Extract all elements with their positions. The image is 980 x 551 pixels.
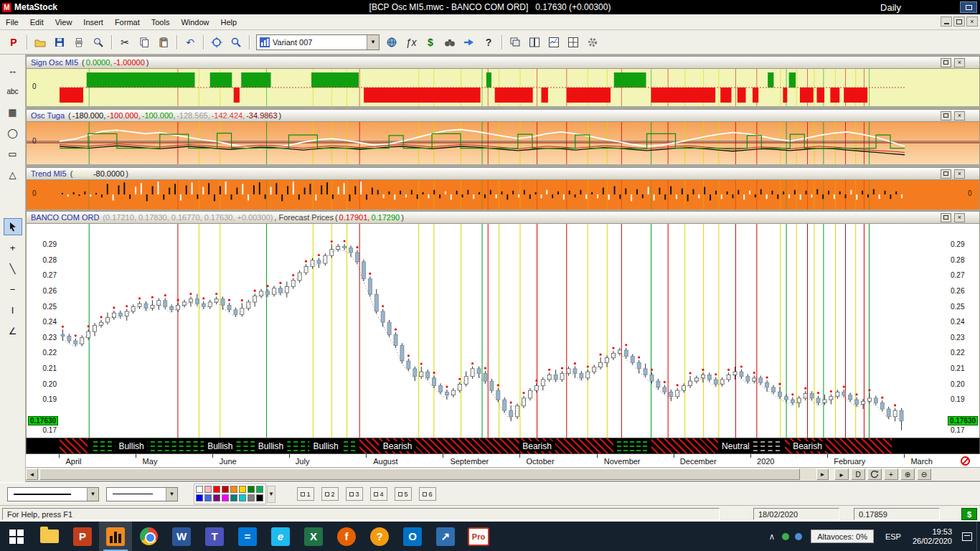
copy-button[interactable] <box>135 34 154 51</box>
crosshair-tool[interactable]: + <box>4 239 22 256</box>
panel-restore-button[interactable] <box>941 169 951 179</box>
options-button[interactable] <box>583 34 602 51</box>
palette-color-15[interactable] <box>248 494 255 501</box>
panel-sign-osc-chart[interactable]: 0 <box>26 69 980 106</box>
menu-help[interactable]: Help <box>221 18 237 27</box>
taskbar-powerpoint[interactable]: P <box>66 522 99 551</box>
taskbar-word[interactable]: W <box>165 522 198 551</box>
page-right-button[interactable]: ▸ <box>834 468 849 480</box>
mdi-restore-button[interactable] <box>953 17 965 27</box>
scrollbar-thumb[interactable] <box>39 468 800 480</box>
power-console-button[interactable]: P <box>4 34 23 51</box>
palette-color-14[interactable] <box>239 494 246 501</box>
action-center-icon[interactable] <box>962 532 972 541</box>
expert-advisor-button[interactable]: ? <box>479 34 498 51</box>
panel-splitter-tool[interactable]: ↔ <box>4 62 22 79</box>
taskbar-excel[interactable]: X <box>297 522 330 551</box>
taskbar-calculator[interactable]: = <box>231 522 264 551</box>
grid-tool[interactable]: ▦ <box>4 103 22 121</box>
show-desktop-button[interactable] <box>976 522 980 551</box>
taskbar-help-app[interactable]: ? <box>363 522 396 551</box>
save-button[interactable] <box>50 34 69 51</box>
restore-window-button[interactable] <box>960 1 977 13</box>
template-button-5[interactable]: 5 <box>395 487 412 501</box>
explorer-scan-button[interactable] <box>440 34 459 51</box>
taskbar-outlook[interactable]: O <box>396 522 429 551</box>
panel-restore-button[interactable] <box>941 58 951 67</box>
hidden-icons-chevron[interactable]: ∧ <box>764 532 779 542</box>
print-button[interactable] <box>70 34 88 51</box>
tile-windows-button[interactable] <box>525 34 544 51</box>
palette-dropdown-arrow[interactable]: ▼ <box>267 486 275 503</box>
taskbar-chrome[interactable] <box>132 522 165 551</box>
panel-close-button[interactable]: × <box>954 111 965 121</box>
scroll-left-button[interactable]: ◄ <box>26 468 38 480</box>
taskbar-metastock[interactable] <box>99 522 132 551</box>
explorer-button[interactable] <box>382 34 401 51</box>
menu-insert[interactable]: Insert <box>83 18 103 27</box>
panel-trend-chart[interactable]: 0 0 <box>26 180 980 209</box>
pointer-tool[interactable] <box>4 218 22 235</box>
panel-close-button[interactable]: × <box>954 169 965 179</box>
rectangle-tool[interactable]: ▭ <box>4 145 22 162</box>
palette-color-9[interactable] <box>196 494 203 501</box>
panel-header-price[interactable]: BANCO COM ORD (0.17210, 0.17830, 0.16770… <box>26 211 980 224</box>
panel-header-sign-osc[interactable]: Sign Osc MI5 (0.0000,-1.00000) × <box>26 56 980 69</box>
taskbar-screen-share[interactable]: ↗ <box>429 522 462 551</box>
panel-header-osc-tuga[interactable]: Osc Tuga (-180.000,-100.000,-100.000,-12… <box>26 109 980 122</box>
tile-charts-button[interactable] <box>545 34 563 51</box>
palette-color-8[interactable] <box>256 486 263 493</box>
indicator-builder-button[interactable]: ƒx <box>402 34 420 51</box>
cut-button[interactable]: ✂ <box>116 34 134 51</box>
print-preview-button[interactable] <box>89 34 108 51</box>
template-button-3[interactable]: 3 <box>346 487 363 501</box>
cascade-windows-button[interactable] <box>506 34 524 51</box>
template-button-2[interactable]: 2 <box>321 487 339 501</box>
language-indicator[interactable]: ESP <box>880 532 907 541</box>
template-button-4[interactable]: 4 <box>370 487 387 501</box>
panel-restore-button[interactable] <box>941 111 951 121</box>
palette-color-3[interactable] <box>213 486 220 493</box>
vertical-line-tool[interactable]: I <box>4 301 22 319</box>
panel-restore-button[interactable] <box>941 213 951 222</box>
refresh-button[interactable] <box>867 468 882 480</box>
template-button-1[interactable]: 1 <box>297 487 314 501</box>
taskbar-start-button[interactable] <box>0 522 33 551</box>
crosshair-button[interactable] <box>207 34 226 51</box>
ellipse-tool[interactable]: ◯ <box>4 124 22 141</box>
dropdown-arrow-icon[interactable]: ▼ <box>87 488 98 501</box>
palette-color-16[interactable] <box>256 494 263 501</box>
dropdown-arrow-icon[interactable]: ▼ <box>367 35 379 50</box>
palette-color-7[interactable] <box>248 486 255 493</box>
dollar-button[interactable]: $ <box>421 34 440 51</box>
line-style-select[interactable]: ▼ <box>7 487 99 501</box>
undo-button[interactable]: ↶ <box>181 34 199 51</box>
panel-header-trend[interactable]: Trend MI5 (0.00,-80.0000) × <box>26 167 980 180</box>
taskbar-teams[interactable]: T <box>198 522 231 551</box>
panel-close-button[interactable]: × <box>954 58 965 67</box>
mdi-minimize-button[interactable] <box>941 17 952 27</box>
menu-tools[interactable]: Tools <box>151 18 170 27</box>
zoom-in-button[interactable]: + <box>884 468 898 480</box>
open-chart-button[interactable] <box>31 34 50 51</box>
menu-edit[interactable]: Edit <box>30 18 44 27</box>
palette-color-11[interactable] <box>213 494 220 501</box>
template-button-6[interactable]: 6 <box>419 487 436 501</box>
triangle-tool[interactable]: △ <box>4 166 22 183</box>
palette-color-10[interactable] <box>204 494 212 501</box>
text-tool[interactable]: abc <box>4 83 22 100</box>
line-weight-select[interactable]: ▼ <box>106 487 178 501</box>
menu-view[interactable]: View <box>55 18 72 27</box>
taskbar-internet-explorer[interactable]: e <box>264 522 297 551</box>
mdi-close-button[interactable]: × <box>966 17 978 27</box>
palette-color-2[interactable] <box>204 486 212 493</box>
menu-window[interactable]: Window <box>181 18 209 27</box>
periodicity-daily-button[interactable]: D <box>851 468 865 480</box>
menu-file[interactable]: File <box>6 18 19 27</box>
trendline-tool[interactable]: ╲ <box>4 260 22 277</box>
panel-close-button[interactable]: × <box>954 213 965 222</box>
antivirus-tray-icon[interactable] <box>782 533 789 540</box>
dropdown-arrow-icon[interactable]: ▼ <box>166 488 177 501</box>
scrollbar-track[interactable] <box>38 468 816 480</box>
palette-color-12[interactable] <box>222 494 229 501</box>
